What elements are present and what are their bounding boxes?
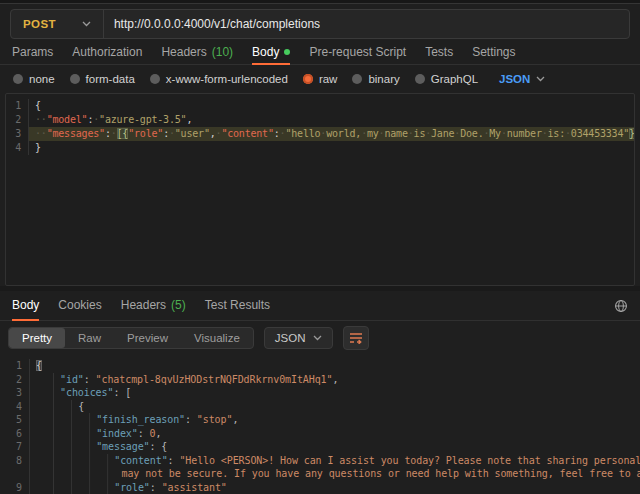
- indent-guides: [36, 413, 96, 427]
- body-type-radio-form-data[interactable]: form-data: [70, 73, 135, 85]
- tab-label: Pre-request Script: [309, 45, 406, 59]
- token: Jane: [431, 128, 454, 139]
- view-pretty[interactable]: Pretty: [9, 328, 65, 348]
- request-body-editor[interactable]: 1{2··"model":·"azure-gpt-3.5",3··"messag…: [5, 93, 635, 286]
- tab-pre-request-script[interactable]: Pre-request Script: [309, 41, 406, 65]
- body-type-radio-raw[interactable]: raw: [303, 73, 338, 85]
- body-type-radio-x-www-form-urlencoded[interactable]: x-www-form-urlencoded: [150, 73, 288, 85]
- body-format-label: JSON: [499, 73, 530, 85]
- tab-count: (5): [171, 298, 186, 312]
- view-preview[interactable]: Preview: [114, 328, 181, 348]
- token: :: [150, 441, 162, 452]
- tab-label: Settings: [472, 45, 515, 59]
- token: ,: [332, 374, 338, 385]
- tab-params[interactable]: Params: [12, 41, 53, 65]
- code-text: "message": {: [30, 440, 640, 454]
- body-type-radio-graphql[interactable]: GraphQL: [415, 73, 478, 85]
- request-url-row: POST http://0.0.0.0:4000/v1/chat/complet…: [0, 4, 640, 41]
- response-view-bar: PrettyRawPreviewVisualize JSON: [0, 321, 640, 355]
- network-globe-button[interactable]: [614, 291, 628, 320]
- code-text: }: [29, 141, 634, 155]
- line-number: 1: [0, 359, 30, 373]
- url-input[interactable]: http://0.0.0.0:4000/v1/chat/completions: [114, 17, 320, 31]
- line-number: 6: [0, 427, 30, 441]
- code-line: 8"content": "Hello <PERSON>! How can I a…: [0, 454, 640, 468]
- token: :: [185, 414, 197, 425]
- line-number: 4: [6, 141, 29, 155]
- code-line: 3"choices": [: [0, 386, 640, 400]
- wrap-text-button[interactable]: [343, 326, 369, 350]
- token: my: [367, 128, 379, 139]
- token: "role": [114, 482, 150, 493]
- token: {: [78, 401, 84, 412]
- token: "index": [96, 428, 137, 439]
- line-number: 8: [0, 454, 30, 468]
- tab-headers[interactable]: Headers(10): [161, 41, 233, 65]
- tab-test-results[interactable]: Test Results: [205, 291, 270, 321]
- response-format-select[interactable]: JSON: [264, 327, 334, 349]
- radio-label: none: [29, 73, 55, 85]
- code-text: "index": 0,: [30, 427, 640, 441]
- token: }]: [629, 128, 634, 139]
- line-number: 1: [6, 99, 29, 113]
- code-line: may not be secure. If you have any quest…: [0, 467, 640, 481]
- response-tabs: BodyCookiesHeaders(5)Test Results: [12, 291, 614, 320]
- token: [{: [117, 128, 129, 139]
- code-line: 6"index": 0,: [0, 427, 640, 441]
- tab-settings[interactable]: Settings: [472, 41, 515, 65]
- line-number: [0, 467, 30, 481]
- unsaved-dot: [284, 49, 290, 55]
- line-number: 3: [0, 386, 30, 400]
- tab-tests[interactable]: Tests: [425, 41, 453, 65]
- token: "Hello <PERSON>! How can I assist you to…: [179, 455, 640, 466]
- tab-label: Cookies: [58, 298, 101, 312]
- divider: [103, 10, 104, 38]
- code-line: 5"finish_reason": "stop",: [0, 413, 640, 427]
- response-tabs-row: BodyCookiesHeaders(5)Test Results: [0, 291, 640, 321]
- code-text: {: [30, 400, 640, 414]
- radio-label: x-www-form-urlencoded: [166, 73, 288, 85]
- token: {: [161, 441, 167, 452]
- radio-label: raw: [319, 73, 338, 85]
- method-select[interactable]: POST: [11, 18, 103, 30]
- line-number: 2: [6, 113, 29, 127]
- token: :: [113, 387, 125, 398]
- globe-icon: [614, 299, 628, 313]
- code-line: 1{: [6, 99, 634, 113]
- code-line: 2"id": "chatcmpl-8qvUzHODstrNQFDdRkrnv0m…: [0, 373, 640, 387]
- code-text: {: [30, 359, 640, 373]
- code-line: 3··"messages":·[{"role":·"user",·"conten…: [6, 127, 634, 141]
- body-type-row: noneform-datax-www-form-urlencodedrawbin…: [0, 65, 640, 93]
- token: :: [150, 482, 162, 493]
- request-tabs: ParamsAuthorizationHeaders(10)BodyPre-re…: [0, 41, 640, 65]
- tab-headers[interactable]: Headers(5): [121, 291, 186, 321]
- tab-body[interactable]: Body: [252, 41, 290, 65]
- code-line: 7"message": {: [0, 440, 640, 454]
- token: ,: [186, 114, 192, 125]
- tab-cookies[interactable]: Cookies: [58, 291, 101, 321]
- token: "assistant": [162, 482, 227, 493]
- body-format-select[interactable]: JSON: [499, 73, 545, 85]
- token: number: [507, 128, 542, 139]
- tab-label: Body: [252, 45, 279, 59]
- code-text: "id": "chatcmpl-8qvUzHODstrNQFDdRkrnv0mI…: [30, 373, 640, 387]
- token: Doe.: [460, 128, 483, 139]
- token: [: [125, 387, 131, 398]
- view-visualize[interactable]: Visualize: [181, 328, 253, 348]
- chevron-down-icon: [313, 335, 322, 341]
- indent-guides: [36, 386, 60, 400]
- body-type-radio-none[interactable]: none: [13, 73, 55, 85]
- line-number: 7: [0, 440, 30, 454]
- tab-authorization[interactable]: Authorization: [72, 41, 142, 65]
- indent-guides: [36, 467, 121, 481]
- code-text: "content": "Hello <PERSON>! How can I as…: [30, 454, 640, 468]
- body-type-radio-binary[interactable]: binary: [352, 73, 399, 85]
- code-line: 2··"model":·"azure-gpt-3.5",: [6, 113, 634, 127]
- token: "id": [60, 374, 84, 385]
- token: "finish_reason": [96, 414, 185, 425]
- view-raw[interactable]: Raw: [65, 328, 114, 348]
- tab-body[interactable]: Body: [12, 291, 39, 321]
- tab-label: Test Results: [205, 298, 270, 312]
- token: "messages": [47, 128, 105, 139]
- code-text: ··"messages":·[{"role":·"user",·"content…: [29, 127, 634, 141]
